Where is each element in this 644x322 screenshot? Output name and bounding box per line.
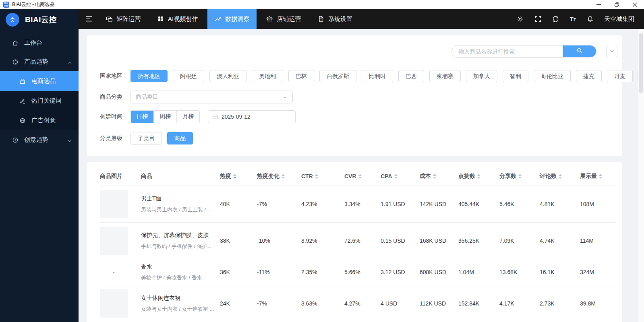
country-option[interactable]: 智利 [503,70,528,82]
sort-icon[interactable] [559,174,562,179]
column-header: 商品图片 [100,173,141,180]
country-option[interactable]: 哥伦比亚 [534,70,571,82]
sort-icon[interactable] [315,174,318,179]
nav-item-data-insight[interactable]: 数据洞察 [207,9,257,29]
table-row[interactable]: - 香水 美妆个护 / 美妆香水 / 香水 36K -11% 2.35% 5.6… [100,259,616,285]
product-image [100,227,128,255]
product-name: 女士休闲连衣裙 [141,295,220,302]
bank-icon [266,16,273,23]
country-option[interactable]: 丹麦 [607,70,633,82]
restore-button[interactable] [608,0,626,9]
page-scrollbar[interactable] [638,29,644,322]
cpa-cell: 1.91 USD [381,201,420,207]
sidebar: BIAI云控 工作台 产品趋势 电商选品 热门关键词 [0,9,79,322]
nav-item-label: AI视频创作 [168,15,198,23]
cost-cell: 168K USD [420,237,458,244]
document-icon [318,16,325,23]
minimize-button[interactable] [590,0,608,9]
likes-cell: 152.84K [458,300,499,307]
table-row[interactable]: 男士T恤 男装与男士内衣 / 男士上装 / ... 40K -7% 4.23% … [100,186,616,222]
country-option[interactable]: 巴林 [288,70,314,82]
heat-cell: 38K [220,237,257,244]
country-option[interactable]: 巴西 [398,70,424,82]
country-option[interactable]: 加拿大 [466,70,497,82]
country-option[interactable]: 澳大利亚 [209,70,246,82]
bell-icon[interactable] [586,15,594,23]
tab-weekly[interactable]: 周榜 [153,111,176,123]
search-input[interactable] [452,45,563,57]
collapse-panel-button[interactable] [606,46,617,57]
product-name: 香水 [141,263,220,270]
screens-icon [106,16,113,23]
sidebar-menu: 工作台 产品趋势 电商选品 热门关键词 广告创意 [0,30,79,322]
sidebar-item-workbench[interactable]: 工作台 [0,33,79,52]
collapse-menu-icon[interactable] [82,9,96,29]
ctr-cell: 3.92% [301,237,344,244]
country-filter-row: 国家地区 所有地区 阿根廷 澳大利亚 奥地利 巴林 白俄罗斯 比利时 巴西 柬埔… [100,70,617,82]
category-select[interactable]: 商品类目 [130,91,293,103]
level-filter-row: 分类层级 子类目 商品 [100,132,617,144]
brand-logo-row: BIAI云控 [0,9,79,30]
sort-icon[interactable] [233,174,236,179]
refresh-icon[interactable] [552,15,559,23]
country-option[interactable]: 柬埔寨 [429,70,461,82]
sidebar-item-ad-creative[interactable]: 广告创意 [0,111,79,130]
nav-item-shop-operation[interactable]: 店铺运营 [259,9,308,29]
cpa-cell: 4 USD [381,300,420,307]
chevron-up-icon [67,60,72,64]
tab-monthly[interactable]: 月榜 [176,111,199,123]
country-option[interactable]: 阿根廷 [173,70,204,82]
window-titlebar: BIAI云控 BIAI云控 - 电商选品 [0,0,644,9]
table-row[interactable]: 保护壳、屏幕保护膜、皮肤 手机与数码 / 手机配件 / 保护... 38K -1… [100,222,616,259]
cost-cell: 142K USD [420,201,458,207]
time-filter-row: 创建时间 日榜 周榜 月榜 2025-09-12 [100,110,617,123]
country-option[interactable]: 捷克 [576,70,602,82]
close-button[interactable] [626,0,644,9]
comments-cell: 4.81K [540,201,580,207]
sidebar-group-product-trend[interactable]: 产品趋势 [0,52,79,71]
chevron-down-icon [609,48,615,55]
scrollbar-thumb[interactable] [639,33,643,93]
nav-item-label: 店铺运营 [277,15,301,23]
likes-cell: 1.04M [458,269,499,275]
nav-item-matrix-operation[interactable]: 矩阵运营 [99,9,148,29]
fullscreen-icon[interactable] [534,15,542,23]
table-row[interactable]: 女士休闲连衣裙 女装与女士内衣 / 女士连衣裙 ... 24K -7% 3.63… [100,285,616,322]
search-icon [576,47,583,55]
date-picker[interactable]: 2025-09-12 [208,110,296,123]
product-table: 商品图片 商品 热度 热度变化 CTR CVR CPA 成本 点赞数 分享数 评… [87,162,622,322]
settings-gear-icon[interactable] [517,15,524,23]
tab-daily[interactable]: 日榜 [131,111,153,123]
sort-icon[interactable] [282,174,285,179]
sort-icon[interactable] [599,174,602,179]
sidebar-item-hot-keywords[interactable]: 热门关键词 [0,91,79,111]
country-option[interactable]: 白俄罗斯 [319,70,356,82]
chevron-down-icon [282,95,288,100]
sort-icon[interactable] [394,174,398,179]
level-option-product[interactable]: 商品 [167,132,193,144]
cpa-cell: 0.15 USD [381,237,420,244]
product-cell: 保护壳、屏幕保护膜、皮肤 手机与数码 / 手机配件 / 保护... [141,232,220,250]
nav-item-ai-video[interactable]: AI视频创作 [150,9,205,29]
sort-icon[interactable] [477,174,480,179]
sort-icon[interactable] [518,174,522,179]
country-option[interactable]: 所有地区 [130,70,168,82]
level-option-subcategory[interactable]: 子类目 [130,132,162,144]
column-header: 商品 [141,173,220,180]
sort-icon[interactable] [358,174,362,179]
country-option[interactable]: 奥地利 [252,70,283,82]
sidebar-item-ecommerce-selection[interactable]: 电商选品 [0,71,79,91]
level-options: 子类目 商品 [130,132,617,144]
date-value: 2025-09-12 [222,114,251,120]
search-button[interactable] [563,45,596,57]
impressions-cell: 114M [580,237,616,244]
page-content: 国家地区 所有地区 阿根廷 澳大利亚 奥地利 巴林 白俄罗斯 比利时 巴西 柬埔… [79,29,644,322]
sidebar-item-label: 工作台 [24,39,72,47]
sidebar-group-creative-trend[interactable]: 创意趋势 [0,130,79,149]
filter-panel: 国家地区 所有地区 阿根廷 澳大利亚 奥地利 巴林 白俄罗斯 比利时 巴西 柬埔… [87,35,622,156]
nav-item-system-settings[interactable]: 系统设置 [311,9,360,29]
font-size-icon[interactable]: TT [570,16,576,23]
sort-icon[interactable] [433,174,436,179]
category-select-placeholder: 商品类目 [136,93,282,101]
country-option[interactable]: 比利时 [362,70,393,82]
